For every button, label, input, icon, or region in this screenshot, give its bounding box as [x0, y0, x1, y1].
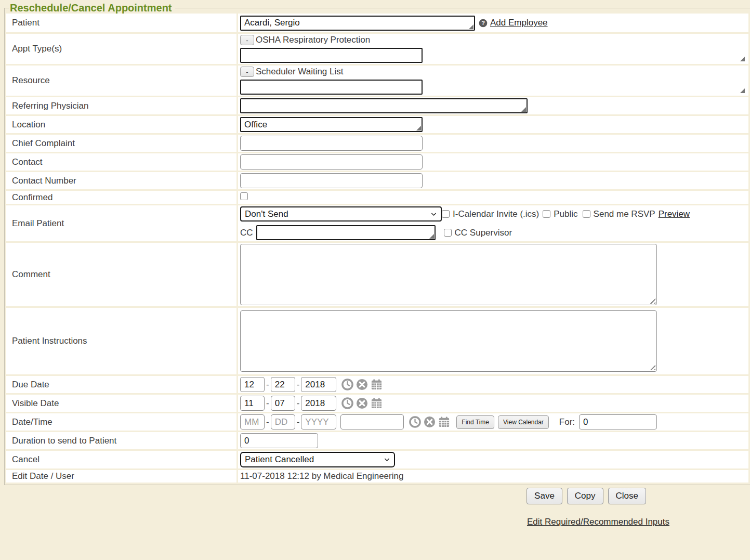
clock-icon[interactable] — [341, 379, 353, 390]
contact-label: Contact — [6, 153, 236, 171]
patient-input[interactable] — [240, 16, 475, 31]
form-row-edit-date-user: Edit Date / User 11-07-2018 12:12 by Med… — [6, 470, 748, 483]
send-me-rsvp-label: Send me RSVP — [594, 209, 655, 219]
send-me-rsvp-checkbox[interactable] — [583, 210, 590, 218]
date-time-year-input[interactable] — [301, 414, 336, 429]
appt-types-collapse-button[interactable]: - — [240, 35, 254, 45]
appt-type-input[interactable] — [240, 48, 423, 63]
contact-number-label: Contact Number — [6, 172, 236, 189]
ical-invite-label: I-Calendar Invite (.ics) — [453, 209, 539, 219]
page-title: Reschedule/Cancel Appointment — [9, 2, 175, 14]
referring-physician-input[interactable] — [240, 98, 528, 113]
cc-input[interactable] — [256, 225, 436, 240]
find-time-button[interactable]: Find Time — [456, 415, 494, 429]
confirmed-checkbox[interactable] — [240, 192, 248, 200]
location-label: Location — [6, 116, 236, 133]
cancel-label: Cancel — [6, 451, 236, 468]
copy-button[interactable]: Copy — [567, 488, 603, 504]
date-separator: - — [297, 380, 300, 390]
help-icon[interactable]: ? — [479, 19, 488, 28]
due-date-label: Due Date — [6, 376, 236, 393]
patient-instructions-textarea[interactable] — [240, 310, 657, 372]
email-send-select[interactable]: Don't Send — [240, 206, 442, 222]
view-calendar-button[interactable]: View Calendar — [498, 415, 549, 429]
confirmed-label: Confirmed — [6, 191, 236, 204]
referring-physician-label: Referring Physician — [6, 97, 236, 114]
date-time-time-input[interactable] — [340, 414, 404, 429]
calendar-icon[interactable] — [371, 379, 383, 390]
contact-number-input[interactable] — [240, 173, 423, 188]
for-input[interactable] — [579, 414, 657, 429]
cc-supervisor-checkbox[interactable] — [444, 229, 452, 237]
appointment-form-table: Patient ? Add Employee Appt Type(s) - OS… — [5, 12, 750, 484]
clear-date-icon[interactable] — [356, 397, 368, 409]
form-row-comment: Comment — [6, 243, 748, 306]
form-row-confirmed: Confirmed — [6, 191, 748, 204]
comment-textarea[interactable] — [240, 244, 657, 305]
visible-date-year-input[interactable] — [301, 396, 336, 411]
edit-date-user-label: Edit Date / User — [6, 470, 236, 483]
form-row-chief-complaint: Chief Complaint — [6, 135, 748, 152]
resource-input[interactable] — [240, 80, 423, 95]
date-time-day-input[interactable] — [271, 414, 295, 429]
clock-icon[interactable] — [409, 416, 421, 428]
appt-types-label: Appt Type(s) — [6, 34, 236, 64]
comment-label: Comment — [6, 243, 236, 306]
visible-date-label: Visible Date — [6, 395, 236, 412]
ical-invite-checkbox[interactable] — [442, 210, 450, 218]
cc-label: CC — [240, 228, 253, 238]
patient-combo-wrap — [240, 16, 475, 31]
add-employee-link[interactable]: Add Employee — [490, 18, 548, 28]
form-row-contact: Contact — [6, 153, 748, 171]
date-separator: - — [266, 398, 269, 409]
edit-date-user-value: 11-07-2018 12:12 by Medical Engineering — [240, 471, 403, 481]
duration-label: Duration to send to Patient — [6, 432, 236, 449]
cancel-reason-select[interactable]: Patient Cancelled — [240, 452, 395, 467]
email-send-selected: Don't Send — [245, 209, 288, 219]
clock-icon[interactable] — [341, 397, 353, 409]
form-row-duration: Duration to send to Patient — [6, 432, 748, 449]
form-row-due-date: Due Date - - — [6, 376, 748, 393]
contact-input[interactable] — [240, 154, 423, 170]
duration-input[interactable] — [240, 433, 318, 448]
resource-combo-wrap — [240, 80, 746, 95]
appt-type-selected: OSHA Respiratory Protection — [256, 35, 370, 45]
chevron-down-icon — [430, 211, 437, 217]
date-separator: - — [297, 417, 300, 427]
form-row-referring-physician: Referring Physician — [6, 97, 748, 114]
form-row-date-time: Date/Time - - — [6, 413, 748, 431]
patient-instructions-label: Patient Instructions — [6, 308, 236, 374]
referring-physician-combo-wrap — [240, 98, 528, 113]
due-date-month-input[interactable] — [240, 377, 265, 392]
location-combo-wrap — [240, 117, 423, 132]
form-row-appt-types: Appt Type(s) - OSHA Respiratory Protecti… — [6, 34, 748, 64]
due-date-year-input[interactable] — [301, 377, 336, 392]
public-checkbox[interactable] — [543, 210, 550, 218]
clear-date-icon[interactable] — [356, 379, 368, 390]
close-button[interactable]: Close — [608, 488, 646, 504]
preview-link[interactable]: Preview — [659, 209, 690, 219]
form-row-location: Location — [6, 116, 748, 133]
resource-selected: Scheduler Waiting List — [256, 67, 344, 77]
resource-label: Resource — [6, 66, 236, 96]
calendar-icon[interactable] — [438, 416, 450, 428]
footer-link-row: Edit Required/Recommended Inputs — [0, 517, 750, 527]
due-date-day-input[interactable] — [271, 377, 295, 392]
chief-complaint-input[interactable] — [240, 136, 423, 151]
visible-date-month-input[interactable] — [240, 396, 265, 411]
location-input[interactable] — [240, 117, 423, 132]
date-separator: - — [297, 398, 300, 409]
form-row-patient-instructions: Patient Instructions — [6, 308, 748, 374]
cc-combo-wrap — [256, 225, 436, 240]
reschedule-cancel-form: Reschedule/Cancel Appointment Patient ? … — [4, 2, 750, 485]
edit-required-inputs-link[interactable]: Edit Required/Recommended Inputs — [527, 517, 669, 527]
visible-date-day-input[interactable] — [271, 396, 295, 411]
form-row-cancel: Cancel Patient Cancelled — [6, 451, 748, 468]
chief-complaint-label: Chief Complaint — [6, 135, 236, 152]
form-row-resource: Resource - Scheduler Waiting List — [6, 66, 748, 96]
calendar-icon[interactable] — [371, 397, 383, 409]
clear-date-icon[interactable] — [424, 416, 436, 428]
date-time-month-input[interactable] — [240, 414, 265, 429]
resource-collapse-button[interactable]: - — [240, 67, 254, 77]
save-button[interactable]: Save — [527, 488, 562, 504]
